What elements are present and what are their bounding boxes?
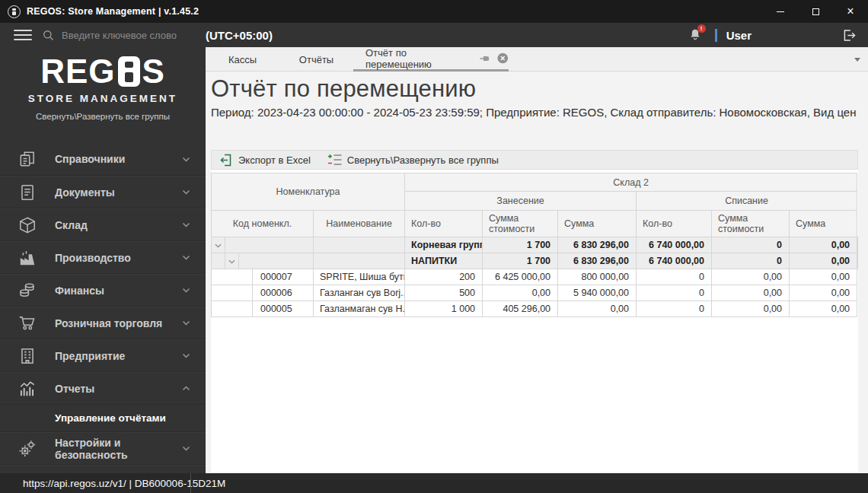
row-value: 0,00 bbox=[790, 253, 857, 269]
window-title: REGOS: Store Management | v.1.45.2 bbox=[27, 6, 199, 17]
row-value: 0,00 bbox=[558, 301, 637, 317]
sidebar-item-finance[interactable]: Финансы bbox=[0, 274, 206, 307]
row-name: Газланган сув Borj... bbox=[314, 285, 405, 301]
logo-block: REGS STORE MANAGEMENT Свернуть\Развернут… bbox=[0, 47, 206, 143]
close-tab-icon[interactable] bbox=[497, 52, 509, 64]
tab-bar: Кассы Отчёты Отчёт по перемещению bbox=[206, 47, 868, 72]
report-panel: Экспорт в Excel Свернуть\Развернуть все … bbox=[211, 150, 858, 472]
row-value: 0,00 bbox=[712, 269, 790, 285]
header-qty-in[interactable]: Кол-во bbox=[405, 211, 483, 237]
sidebar-item-label: Склад bbox=[55, 219, 182, 231]
sidebar-item-documents[interactable]: Документы bbox=[0, 176, 206, 208]
minimize-button[interactable] bbox=[763, 0, 798, 23]
header-name[interactable]: Наименование bbox=[314, 211, 405, 237]
row-value: 0 bbox=[637, 269, 712, 285]
hamburger-menu-icon[interactable] bbox=[14, 30, 32, 40]
report-table: Номенклатура Склад 2 Занесение Списание … bbox=[211, 173, 858, 317]
maximize-button[interactable] bbox=[798, 0, 833, 23]
box-icon bbox=[18, 215, 37, 235]
search-icon bbox=[43, 30, 54, 41]
chevron-down-icon bbox=[182, 353, 206, 358]
tab-overflow-chevron-icon[interactable] bbox=[854, 58, 860, 62]
status-bar: https://api.regos.uz/v1/ | DB600006-15D2… bbox=[0, 473, 868, 493]
row-value: 500 bbox=[405, 285, 483, 301]
sidebar-item-label: Документы bbox=[55, 186, 182, 199]
main-area: (UTC+05:00) ! User Кассы Отчёты Отчёт по… bbox=[206, 23, 868, 473]
chevron-down-icon bbox=[182, 157, 206, 162]
chevron-down-icon bbox=[182, 320, 206, 326]
table-row: Корневая группа1 7006 830 296,006 740 00… bbox=[212, 237, 858, 253]
row-value: 0 bbox=[712, 237, 790, 253]
page-title: Отчёт по перемещению bbox=[211, 75, 868, 103]
factory-icon bbox=[18, 248, 37, 268]
row-name: НАПИТКИ bbox=[405, 253, 483, 269]
row-name: Газланмаган сув Н... bbox=[314, 301, 405, 317]
collapse-expand-icon bbox=[327, 154, 342, 166]
sidebar-item-production[interactable]: Производство bbox=[0, 241, 206, 274]
sidebar-item-retail[interactable]: Розничная торговля bbox=[0, 307, 206, 339]
search-input[interactable]: Введите ключевое слово bbox=[43, 30, 177, 41]
building-icon bbox=[18, 346, 37, 366]
pin-icon[interactable] bbox=[479, 52, 491, 65]
export-excel-button[interactable]: Экспорт в Excel bbox=[219, 154, 311, 167]
logo-note: Свернуть\Развернуть все группы bbox=[0, 112, 206, 121]
tab-report-movement[interactable]: Отчёт по перемещению bbox=[353, 47, 509, 72]
sidebar-item-enterprise[interactable]: Предприятие bbox=[0, 339, 206, 372]
gears-icon bbox=[18, 439, 37, 459]
timezone-label: (UTC+05:00) bbox=[206, 29, 273, 42]
table-row: 000005Газланмаган сув Н...1 000405 296,0… bbox=[212, 301, 858, 317]
header-qty-out[interactable]: Кол-во bbox=[637, 211, 712, 237]
document-icon bbox=[18, 183, 37, 202]
row-code: 000007 bbox=[253, 269, 314, 285]
row-value: 0,00 bbox=[790, 237, 857, 253]
sidebar-item-settings-security[interactable]: Настройки и безопасность bbox=[0, 432, 206, 465]
row-value: 0,00 bbox=[790, 269, 857, 285]
sidebar-item-label: Финансы bbox=[55, 285, 182, 297]
sidebar-item-about[interactable]: О программе bbox=[0, 465, 206, 473]
sidebar-item-label: Настройки и безопасность bbox=[55, 437, 182, 461]
report-content: Отчёт по перемещению Период: 2023-04-23 … bbox=[206, 72, 868, 473]
user-separator bbox=[715, 29, 717, 42]
row-value: 800 000,00 bbox=[558, 269, 637, 285]
row-value: 0,00 bbox=[857, 237, 858, 253]
cart-icon bbox=[18, 313, 37, 333]
row-expander[interactable] bbox=[212, 237, 225, 253]
chart-icon bbox=[18, 379, 37, 399]
logo-text-pre: REG bbox=[40, 53, 115, 90]
sidebar-item-warehouse[interactable]: Склад bbox=[0, 208, 206, 241]
user-menu[interactable]: User bbox=[726, 29, 752, 42]
chevron-up-icon bbox=[182, 386, 206, 391]
top-bar: (UTC+05:00) ! User bbox=[206, 23, 868, 47]
table-row: 000006Газланган сув Borj...5000,005 940 … bbox=[212, 285, 858, 301]
row-value: 0,00 bbox=[790, 285, 857, 301]
row-value: 0,00 bbox=[857, 253, 858, 269]
sidebar-item-reports[interactable]: Отчеты bbox=[0, 372, 206, 405]
notification-badge: ! bbox=[697, 24, 706, 33]
sidebar-item-report-management[interactable]: Управление отчётами bbox=[0, 405, 206, 432]
header-sum-in[interactable]: Сумма bbox=[558, 211, 637, 237]
header-costsum-in[interactable]: Сумма стоимости bbox=[483, 211, 558, 237]
row-name: SPRITE, Шиша бути... bbox=[314, 269, 405, 285]
row-value: 0 bbox=[637, 285, 712, 301]
tab-otchety[interactable]: Отчёты bbox=[279, 47, 353, 72]
row-expander[interactable] bbox=[225, 253, 239, 269]
notifications-button[interactable]: ! bbox=[688, 27, 704, 43]
close-button[interactable]: × bbox=[833, 0, 868, 23]
tab-kassy[interactable]: Кассы bbox=[206, 47, 279, 72]
pages-icon bbox=[18, 149, 37, 169]
sidebar-item-directories[interactable]: Справочники bbox=[0, 143, 206, 176]
app-window: REGOS: Store Management | v.1.45.2 × Вве… bbox=[0, 0, 868, 493]
header-writeoff: Списание bbox=[637, 192, 857, 211]
sidebar-item-label: Отчеты bbox=[55, 383, 182, 395]
row-code: 000006 bbox=[253, 285, 314, 301]
sidebar-item-label: Производство bbox=[55, 252, 182, 264]
sidebar: Введите ключевое слово REGS STORE MANAGE… bbox=[0, 23, 206, 473]
header-code[interactable]: Код номенкл. bbox=[212, 211, 314, 237]
sidebar-item-label: Розничная торговля bbox=[55, 317, 182, 329]
header-sum-out[interactable]: Сумма bbox=[790, 211, 857, 237]
collapse-expand-groups-button[interactable]: Свернуть\Развернуть все группы bbox=[327, 154, 499, 166]
row-code: 000005 bbox=[253, 301, 314, 317]
logout-button[interactable] bbox=[841, 27, 857, 43]
header-costsum-out[interactable]: Сумма стоимости bbox=[712, 211, 790, 237]
sidebar-item-label: Предприятие bbox=[55, 350, 182, 362]
